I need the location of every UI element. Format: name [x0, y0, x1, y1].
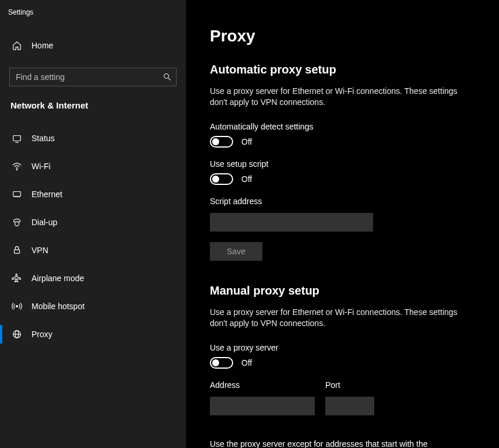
- dialup-icon: [12, 217, 22, 228]
- wifi-icon: [12, 161, 22, 172]
- auto-detect-state: Off: [241, 137, 252, 146]
- sidebar-item-hotspot[interactable]: Mobile hotspot: [0, 292, 186, 320]
- home-icon: [12, 40, 22, 51]
- proxy-icon: [12, 329, 22, 340]
- section-desc-auto: Use a proxy server for Ethernet or Wi-Fi…: [210, 86, 461, 108]
- exclude-text: Use the proxy server except for addresse…: [210, 439, 461, 448]
- setup-script-state: Off: [241, 174, 252, 184]
- section-title-manual: Manual proxy setup: [210, 284, 476, 298]
- sidebar-nav: Status Wi-Fi Ethernet Dial-up VPN: [0, 124, 186, 348]
- sidebar-item-status[interactable]: Status: [0, 124, 186, 152]
- section-title-auto: Automatic proxy setup: [210, 63, 476, 76]
- sidebar-item-label: Proxy: [31, 330, 52, 339]
- vpn-icon: [12, 245, 22, 256]
- svg-rect-2: [13, 136, 21, 141]
- auto-detect-toggle[interactable]: [210, 136, 233, 148]
- setup-script-label: Use setup script: [210, 159, 476, 169]
- sidebar-item-proxy[interactable]: Proxy: [0, 320, 186, 348]
- sidebar-item-label: Status: [31, 134, 55, 143]
- sidebar-item-label: Airplane mode: [31, 274, 84, 283]
- script-address-input[interactable]: [210, 213, 373, 232]
- airplane-icon: [12, 273, 22, 284]
- sidebar-item-label: VPN: [31, 246, 48, 255]
- svg-point-6: [15, 222, 19, 226]
- svg-line-1: [168, 78, 171, 80]
- svg-rect-5: [13, 192, 21, 197]
- sidebar-item-label: Wi-Fi: [31, 162, 51, 171]
- nav-home-label: Home: [31, 41, 53, 50]
- save-button[interactable]: Save: [210, 242, 262, 261]
- use-proxy-toggle[interactable]: [210, 357, 233, 369]
- sidebar-item-wifi[interactable]: Wi-Fi: [0, 152, 186, 180]
- auto-detect-label: Automatically detect settings: [210, 122, 476, 131]
- sidebar-item-ethernet[interactable]: Ethernet: [0, 180, 186, 208]
- search-icon: [163, 72, 172, 82]
- setup-script-toggle[interactable]: [210, 173, 233, 185]
- section-desc-manual: Use a proxy server for Ethernet or Wi-Fi…: [210, 307, 461, 329]
- sidebar-item-label: Mobile hotspot: [31, 302, 85, 311]
- app-title: Settings: [0, 5, 186, 22]
- hotspot-icon: [12, 301, 22, 312]
- address-label: Address: [210, 380, 315, 390]
- status-icon: [12, 133, 22, 144]
- use-proxy-label: Use a proxy server: [210, 343, 476, 352]
- svg-point-0: [164, 74, 168, 78]
- sidebar-item-vpn[interactable]: VPN: [0, 236, 186, 264]
- svg-point-4: [16, 169, 17, 170]
- sidebar-item-label: Dial-up: [31, 218, 57, 227]
- sidebar-item-label: Ethernet: [31, 190, 62, 199]
- svg-rect-7: [15, 250, 20, 253]
- ethernet-icon: [12, 189, 22, 200]
- sidebar: Settings Home Network & Internet Status …: [0, 0, 187, 448]
- script-address-label: Script address: [210, 197, 476, 206]
- use-proxy-state: Off: [241, 358, 252, 368]
- sidebar-item-airplane[interactable]: Airplane mode: [0, 264, 186, 292]
- category-title: Network & Internet: [0, 100, 186, 121]
- proxy-address-input[interactable]: [210, 397, 315, 415]
- sidebar-item-dialup[interactable]: Dial-up: [0, 208, 186, 236]
- port-label: Port: [325, 380, 374, 390]
- page-title: Proxy: [210, 27, 476, 46]
- proxy-port-input[interactable]: [325, 397, 374, 415]
- svg-point-8: [16, 306, 18, 307]
- search-input[interactable]: [9, 68, 177, 86]
- main-panel: Proxy Automatic proxy setup Use a proxy …: [187, 0, 499, 448]
- nav-home[interactable]: Home: [0, 34, 186, 57]
- search-container: [9, 68, 177, 86]
